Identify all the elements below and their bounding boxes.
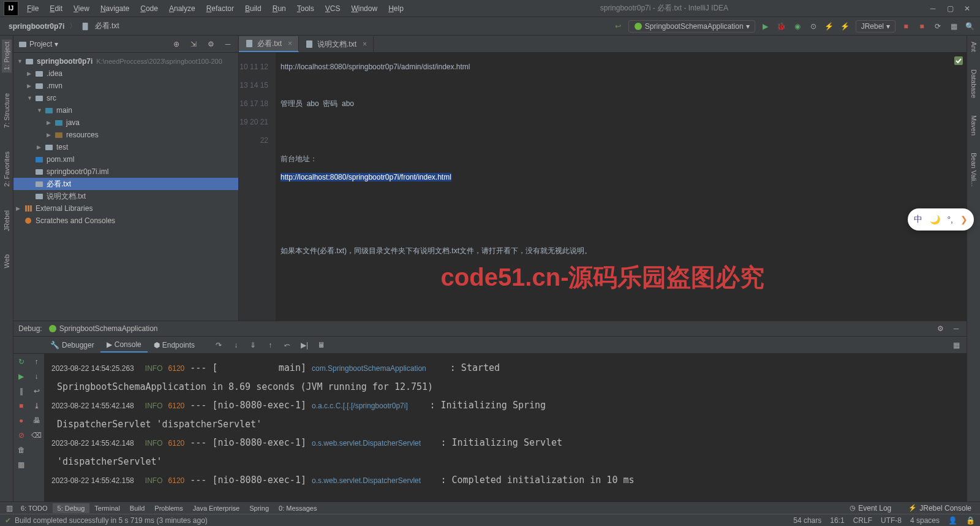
console-output[interactable]: 2023-08-22 14:54:25.263 INFO 6120 --- [ … [44,354,967,501]
bottom-tab-problems[interactable]: Problems [149,503,187,513]
coverage-icon[interactable]: ◉ [792,21,803,32]
drop-frame-icon[interactable]: ⤺ [282,340,293,351]
run-configuration-selector[interactable]: SpringbootSchemaApplication ▾ [628,20,755,32]
close-tab-icon[interactable]: × [288,39,292,48]
tree-item[interactable]: ▼main [13,104,238,116]
status-encoding[interactable]: UTF-8 [881,516,902,525]
hide-icon[interactable]: ─ [951,323,962,334]
debug-icon[interactable]: 🐞 [776,21,787,32]
status-eol[interactable]: CRLF [853,516,872,525]
tool-window-web[interactable]: Web [2,252,12,270]
mute-bp-icon[interactable]: ⊘ [16,430,27,441]
close-icon[interactable]: ✕ [963,4,971,13]
run-icon[interactable]: ▶ [760,21,771,32]
punct-icon[interactable]: °, [948,215,954,224]
moon-icon[interactable]: 🌙 [930,215,940,224]
menu-build[interactable]: Build [240,2,266,15]
tool-window-favorites[interactable]: 2: Favorites [2,149,12,189]
tree-item[interactable]: springbootr0p7i.iml [13,166,238,178]
jrebel-console-button[interactable]: ⚡ JRebel Console [903,503,976,514]
ime-widget[interactable]: 中 🌙 °, ❯ [908,208,974,231]
maximize-icon[interactable]: ▢ [946,4,954,13]
tool-window-database[interactable]: Database [969,67,979,101]
scroll-icon[interactable]: ⤓ [31,400,42,411]
bottom-tab-terminal[interactable]: Terminal [89,503,125,513]
editor-tab[interactable]: 说明文档.txt× [299,36,374,52]
tree-item[interactable]: 必看.txt [13,178,238,190]
menu-window[interactable]: Window [346,2,382,15]
stop-icon-2[interactable]: ■ [916,21,927,32]
profiler-icon[interactable]: ⊙ [808,21,819,32]
update-icon[interactable]: ⟳ [932,21,943,32]
force-step-icon[interactable]: ⇓ [247,340,258,351]
breakpoints-icon[interactable]: ● [16,415,27,426]
tree-item[interactable]: ▶.idea [13,67,238,80]
tree-item[interactable]: ▶test [13,141,238,153]
tree-scratches[interactable]: Scratches and Consoles [13,215,238,227]
status-indent[interactable]: 4 spaces [910,516,940,525]
down-icon[interactable]: ↓ [31,371,42,382]
print-icon[interactable]: 🖶 [31,415,42,426]
pause-icon[interactable]: ‖ [16,386,27,397]
tool-window-beanvali[interactable]: Bean Vali... [969,150,979,189]
tree-item[interactable]: ▶java [13,116,238,129]
run-to-cursor-icon[interactable]: ▶| [299,340,310,351]
tab-debugger[interactable]: 🔧Debugger [44,338,100,352]
ime-lang[interactable]: 中 [914,214,922,225]
menu-vcs[interactable]: VCS [320,2,345,15]
bottom-tab-debug[interactable]: 5: Debug [53,503,90,513]
close-tab-icon[interactable]: × [363,40,367,48]
bottom-tab-javaenterprise[interactable]: Java Enterprise [188,503,244,513]
layout-icon[interactable]: ▦ [948,21,959,32]
tree-external-libs[interactable]: ▶External Libraries [13,202,238,215]
bottom-tab-build[interactable]: Build [125,503,149,513]
tab-console[interactable]: ▶Console [100,338,148,353]
breadcrumb-file[interactable]: 必看.txt [78,20,123,32]
jrebel-debug-icon[interactable]: ⚡ [840,21,851,32]
rerun-icon[interactable]: ↻ [16,356,27,367]
menu-tools[interactable]: Tools [292,2,319,15]
expand-all-icon[interactable]: ⇲ [188,39,199,50]
menu-code[interactable]: Code [135,2,163,15]
editor-tab[interactable]: 必看.txt× [239,36,299,52]
resume-icon[interactable]: ▶ [16,371,27,382]
breadcrumb-project[interactable]: springbootr0p7i [5,21,68,32]
event-log-button[interactable]: ◷ Event Log [845,503,896,514]
stop-icon[interactable]: ■ [900,21,911,32]
tree-item[interactable]: ▶.mvn [13,80,238,92]
tree-item[interactable]: ▼springbootr0p7iK:\needProccess\2023\spr… [13,55,238,67]
tool-window-jrebel[interactable]: JRebel [2,208,12,234]
debug-config-name[interactable]: SpringbootSchemaApplication [48,324,158,333]
status-position[interactable]: 16:1 [830,516,844,525]
tab-endpoints[interactable]: ⬢Endpoints [148,338,201,352]
hide-icon[interactable]: ─ [222,39,233,50]
trash-icon[interactable]: 🗑 [16,444,27,455]
tree-item[interactable]: ▶resources [13,129,238,141]
bottom-tab-spring[interactable]: Spring [244,503,274,513]
menu-file[interactable]: File [22,2,43,15]
clear-icon[interactable]: ⌫ [31,430,42,441]
tool-window-ant[interactable]: Ant [969,39,979,55]
layout-icon[interactable]: ▦ [16,459,27,470]
wrap-icon[interactable]: ↩ [31,386,42,397]
up-icon[interactable]: ↑ [31,356,42,367]
menu-navigate[interactable]: Navigate [96,2,134,15]
select-open-file-icon[interactable]: ⊕ [171,39,182,50]
menu-edit[interactable]: Edit [45,2,67,15]
evaluate-icon[interactable]: 🖩 [316,340,327,351]
inspection-indicator-icon[interactable]: 👤 [948,516,957,525]
lock-icon[interactable]: 🔒 [966,516,975,525]
minimize-icon[interactable]: ─ [929,4,937,13]
step-into-icon[interactable]: ↓ [230,340,241,351]
menu-refactor[interactable]: Refactor [202,2,239,15]
menu-view[interactable]: View [69,2,94,15]
jrebel-run-icon[interactable]: ⚡ [824,21,835,32]
layout-icon[interactable]: ▦ [951,340,962,351]
bottom-tab-todo[interactable]: 6: TODO [16,503,53,513]
stop-icon[interactable]: ■ [16,400,27,411]
tree-item[interactable]: ▼src [13,92,238,104]
tree-item[interactable]: pom.xml [13,153,238,166]
menu-analyze[interactable]: Analyze [164,2,200,15]
bottom-tab-messages[interactable]: 0: Messages [274,503,322,513]
search-icon[interactable]: 🔍 [964,21,975,32]
